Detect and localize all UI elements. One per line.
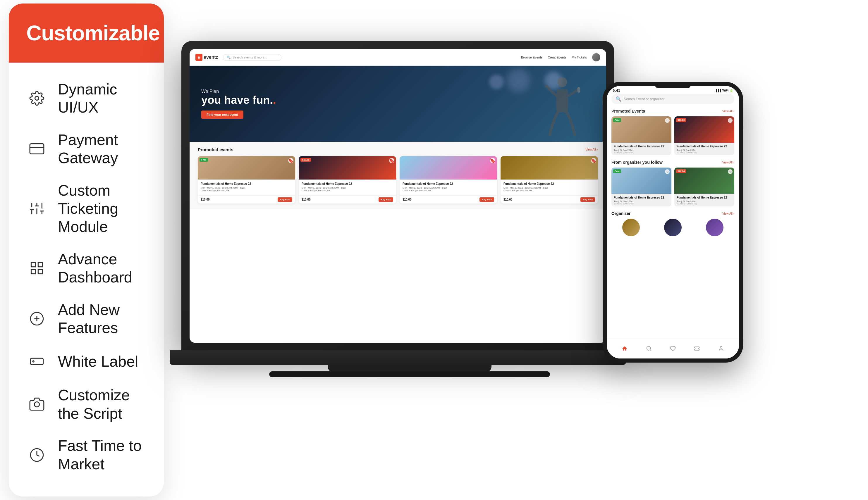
organizer-avatar-2[interactable] (664, 219, 681, 236)
buy-button-4[interactable]: Buy Now (580, 197, 595, 202)
hero-main-text: you have fun.. (201, 94, 276, 106)
nav-my-tickets[interactable]: My Tickets (572, 56, 587, 59)
bookmark-button-4[interactable]: 🔖 (591, 158, 596, 163)
phone-promoted-header: Promoted Events View All › (611, 109, 734, 113)
signal-icon: ▐▐▐ (715, 89, 721, 92)
organizer-avatar-1[interactable] (622, 219, 640, 236)
phone-event-card-1: Free ♡ Fundamentals of Home Espresso 22 … (611, 116, 672, 155)
phone-org-bookmark-2[interactable]: ♡ (728, 169, 733, 174)
event-image-1: Free 🔖 (198, 156, 295, 180)
hero-performer-image (536, 72, 589, 142)
feature-item-white-label: White Label (26, 351, 146, 372)
phone-event-image-2: $10.00 ♡ (674, 116, 734, 143)
card-header: Customizable (9, 3, 164, 62)
event-card-1: Free 🔖 Fundamentals of Home Espresso 22 … (198, 156, 295, 204)
svg-rect-15 (31, 270, 36, 274)
laptop-stand (328, 364, 492, 372)
event-title-4: Fundamentals of Home Espresso 22 (504, 182, 595, 186)
phone-org-event-tz-2: 10:30 AM (GMT+5:30) (677, 203, 732, 205)
phone-org-event-badge-2: $12.24 (676, 169, 686, 173)
event-price-2: $10.00 (302, 198, 311, 201)
phone-organizer-section: Organizer View All › (611, 211, 734, 236)
feature-item-ticketing: Custom Ticketing Module (26, 181, 146, 236)
phone-event-tz-1: 10:30 AM (GMT+5:30) (614, 151, 669, 154)
feature-card: Customizable Dynamic UI/UX (9, 3, 164, 497)
event-info-3: Fundamentals of Home Espresso 22 Mon | M… (399, 180, 497, 194)
phone-tab-tickets[interactable] (694, 345, 700, 352)
phone-event-tz-2: 10:30 AM (GMT+5:30) (677, 151, 732, 154)
feature-label-payment: Payment Gateway (58, 131, 146, 167)
search-tab-icon (646, 345, 652, 352)
events-grid: Free 🔖 Fundamentals of Home Espresso 22 … (198, 156, 598, 204)
settings-icon (26, 88, 47, 109)
feature-item-dashboard: Advance Dashboard (26, 250, 146, 286)
phone-org-event-info-1: Fundamentals of Home Espresso 22 Tue | 2… (611, 194, 672, 206)
phone-org-section-view-all[interactable]: View All › (722, 212, 734, 215)
phone-event-date-1: Tue | 24 Jan 2024 (614, 149, 669, 151)
feature-item-fast-time: Fast Time to Market (26, 436, 146, 473)
phone-bookmark-1[interactable]: ♡ (665, 118, 670, 123)
phone-organizer-view-all[interactable]: View All › (722, 161, 734, 164)
home-icon (621, 345, 628, 352)
bookmark-button-1[interactable]: 🔖 (288, 158, 293, 163)
phone-org-bookmark-1[interactable]: ♡ (665, 169, 670, 174)
nav-create-events[interactable]: Creat Events (548, 56, 566, 59)
organizer-avatar-3[interactable] (706, 219, 723, 236)
phone-org-event-image-1: Free ♡ (611, 168, 672, 194)
phone-tab-profile[interactable] (718, 345, 724, 352)
buy-button-1[interactable]: Buy Now (278, 197, 292, 202)
battery-icon: 🔋 (730, 89, 733, 92)
phone-org-event-image-2: $12.24 ♡ (674, 168, 734, 194)
laptop-container: e eventz 🔍 Search events & more... Brows… (181, 41, 620, 421)
phone-org-section-header: Organizer View All › (611, 211, 734, 216)
svg-rect-24 (577, 87, 580, 93)
phone-event-card-2: $10.00 ♡ Fundamentals of Home Espresso 2… (674, 116, 734, 155)
feature-item-dynamic-ui: Dynamic UI/UX (26, 80, 146, 117)
bookmark-button-2[interactable]: 🔖 (389, 158, 394, 163)
clock-icon (26, 444, 47, 466)
event-footer-3: $10.00 Buy Now (399, 195, 497, 204)
feature-label-dashboard: Advance Dashboard (58, 250, 146, 286)
plus-circle-icon (26, 308, 47, 329)
phone-tab-search[interactable] (646, 345, 652, 352)
bookmark-button-3[interactable]: 🔖 (490, 158, 495, 163)
svg-rect-14 (38, 270, 42, 274)
phone-event-badge-1: Free (613, 118, 621, 122)
event-footer-1: $10.00 Buy Now (198, 195, 295, 204)
phone-tab-favorite[interactable] (670, 345, 676, 352)
events-header: Promoted events View All » (198, 147, 598, 152)
event-price-4: $10.00 (504, 198, 512, 201)
browser-search-bar[interactable]: 🔍 Search events & more... (223, 54, 281, 61)
hero-cta-button[interactable]: Find your next event (201, 111, 244, 119)
event-location-1: London Bridge, London, UK (201, 189, 292, 192)
phone-search-bar[interactable]: 🔍 Search Event or organizer (611, 94, 734, 104)
phone-org-event-tz-1: 10:30 AM (GMT+5:30) (614, 203, 669, 205)
phone-organizer-title: From organizer you follow (611, 160, 663, 164)
event-badge-1: Free (200, 158, 208, 162)
grid-icon (26, 258, 47, 279)
phone-org-section-title: Organizer (611, 211, 630, 216)
browser-nav-links: Browse Events Creat Events My Tickets (521, 53, 600, 61)
nav-browse-events[interactable]: Browse Events (521, 56, 542, 59)
status-time: 9:41 (612, 88, 620, 93)
search-icon: 🔍 (227, 56, 231, 59)
center-area: e eventz 🔍 Search events & more... Brows… (158, 23, 743, 462)
user-avatar[interactable] (592, 53, 600, 61)
phone-event-info-1: Fundamentals of Home Espresso 22 Tue | 2… (611, 143, 672, 155)
phone-bookmark-2[interactable]: ♡ (728, 118, 733, 123)
event-location-3: London Bridge, London, UK (403, 189, 494, 192)
phone-promoted-view-all[interactable]: View All › (722, 110, 734, 113)
phone-organizer-item-3 (695, 219, 734, 236)
camera-icon (26, 394, 47, 415)
buy-button-2[interactable]: Buy Now (379, 197, 393, 202)
buy-button-3[interactable]: Buy Now (480, 197, 494, 202)
phone-tab-home[interactable] (621, 345, 628, 352)
chevron-right-icon: » (596, 148, 598, 151)
view-all-link[interactable]: View All » (586, 148, 598, 151)
browser-nav: e eventz 🔍 Search events & more... Brows… (190, 49, 606, 66)
svg-point-21 (34, 402, 39, 407)
feature-item-customize-script: Customize the Script (26, 386, 146, 422)
event-date-3: Mon | May 1, 2023 | 10:30 AM (GMT+5:30) (403, 186, 494, 189)
event-price-1: $10.00 (201, 198, 210, 201)
sliders-icon (26, 198, 47, 219)
